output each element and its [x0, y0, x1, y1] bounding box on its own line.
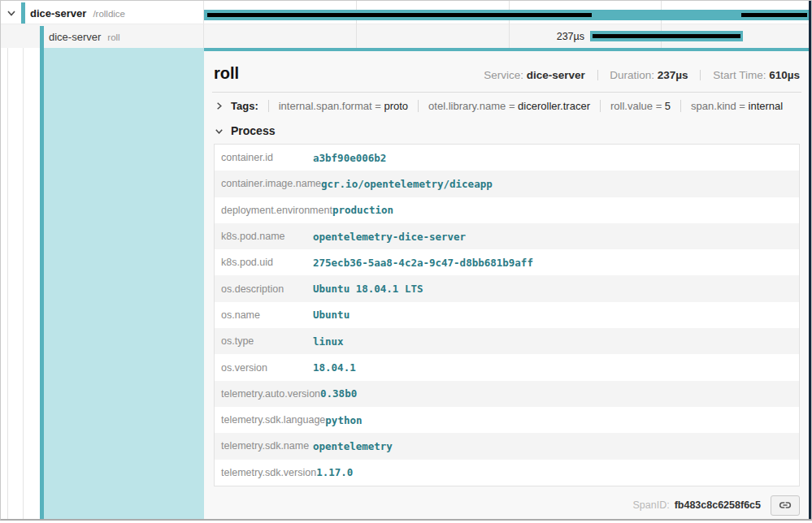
service-label: Service: — [484, 69, 523, 81]
span-summary: Service: dice-server Duration: 237µs Sta… — [484, 69, 800, 81]
row-value: a3bf90e006b2 — [313, 152, 386, 164]
timeline-gridline — [356, 1, 357, 48]
row-key: k8s.pod.name — [215, 231, 313, 242]
table-row: os.description Ubuntu 18.04.1 LTS — [215, 275, 799, 301]
process-key-value-table: container.id a3bf90e006b2 container.imag… — [214, 144, 800, 486]
process-toggle-row[interactable]: Process — [212, 119, 801, 143]
span-detail-footer: SpanID: fb483c8c6258f6c5 — [212, 486, 801, 516]
table-row: container.id a3bf90e006b2 — [215, 145, 799, 171]
table-row: telemetry.sdk.version 1.17.0 — [215, 460, 799, 486]
process-label: Process — [231, 124, 275, 137]
row-key: telemetry.auto.version — [215, 388, 320, 400]
chevron-down-icon[interactable] — [6, 7, 17, 19]
window-right-edge — [809, 1, 811, 519]
start-time-value: 610µs — [769, 69, 800, 81]
row-key: k8s.pod.uid — [215, 257, 313, 268]
row-key: container.id — [215, 152, 313, 163]
chevron-right-icon[interactable] — [214, 101, 224, 111]
row-value: opentelemetry — [313, 440, 393, 452]
jaeger-trace-view: dice-server/rolldice dice-serverroll 237… — [0, 0, 812, 523]
span-bar-roll[interactable] — [590, 31, 743, 41]
trace-window: dice-server/rolldice dice-serverroll 237… — [0, 0, 812, 521]
tags-label: Tags: — [231, 100, 258, 112]
table-row: k8s.pod.name opentelemetry-dice-server — [215, 223, 799, 249]
row-key: os.version — [215, 362, 313, 374]
row-key: deployment.environment — [215, 205, 332, 216]
row-key: os.name — [215, 309, 313, 321]
row-value: 18.04.1 — [313, 361, 356, 374]
selected-span-highlight — [44, 48, 204, 519]
span-color-bar — [40, 26, 44, 48]
span-operation-name: /rolldice — [93, 9, 125, 19]
start-time-label: Start Time: — [713, 69, 766, 81]
span-operation-name: roll — [107, 32, 119, 42]
span-detail-title: roll — [214, 63, 239, 84]
span-service-name: dice-server — [49, 31, 101, 43]
span-bar-stripe — [207, 13, 592, 17]
span-detail-header: roll Service: dice-server Duration: 237µ… — [212, 61, 801, 84]
row-value: 1.17.0 — [316, 466, 353, 478]
row-key: os.type — [215, 335, 313, 347]
table-row: telemetry.auto.version 0.38b0 — [215, 381, 799, 407]
row-key: os.description — [215, 283, 313, 295]
span-duration-label: 237µs — [489, 26, 584, 47]
span-detail-panel: roll Service: dice-server Duration: 237µ… — [204, 48, 811, 519]
row-value: gcr.io/opentelemetry/diceapp — [321, 178, 493, 190]
table-row: os.type linux — [215, 328, 799, 354]
span-color-bar — [21, 2, 25, 24]
row-key: telemetry.sdk.version — [215, 467, 316, 478]
duration-label: Duration: — [610, 69, 654, 81]
table-row: telemetry.sdk.language python — [215, 407, 799, 433]
span-service-name: dice-server — [30, 7, 86, 19]
table-row: container.image.name gcr.io/opentelemetr… — [215, 171, 799, 197]
row-value: opentelemetry-dice-server — [313, 231, 466, 243]
tag-item: otel.library.name = diceroller.tracer — [418, 100, 600, 112]
link-icon — [779, 499, 792, 512]
row-key: telemetry.sdk.language — [215, 414, 325, 426]
table-row: deployment.environment production — [215, 197, 799, 223]
table-row: k8s.pod.uid 275ecb36-5aa8-4c2a-9c47-d8bb… — [215, 249, 799, 275]
spanid-value: fb483c8c6258f6c5 — [675, 499, 761, 511]
service-value: dice-server — [527, 69, 585, 81]
row-value: python — [325, 414, 362, 426]
table-row: os.version 18.04.1 — [215, 354, 799, 380]
row-value: Ubuntu — [313, 309, 350, 321]
indent-guide — [23, 48, 24, 519]
row-key: telemetry.sdk.name — [215, 440, 313, 452]
table-row: telemetry.sdk.name opentelemetry — [215, 433, 799, 459]
indent-guide — [7, 48, 8, 519]
tag-item: internal.span.format = proto — [268, 100, 418, 112]
span-bar-rolldice[interactable] — [204, 10, 809, 20]
chevron-down-icon[interactable] — [214, 126, 224, 136]
span-bar-stripe — [593, 34, 740, 38]
span-tree-gutter — [1, 48, 204, 519]
span-row-rolldice-name[interactable]: dice-server/rolldice — [1, 1, 204, 24]
span-row-roll-name[interactable]: dice-serverroll — [1, 24, 204, 48]
deep-link-button[interactable] — [771, 495, 800, 516]
duration-value: 237µs — [658, 69, 688, 81]
table-row: os.name Ubuntu — [215, 302, 799, 328]
summary-divider — [700, 70, 701, 80]
span-bar-stripe — [741, 13, 807, 17]
row-value: production — [332, 204, 393, 216]
row-value: 0.38b0 — [320, 387, 357, 400]
row-key: container.image.name — [215, 178, 321, 189]
tag-item: roll.value = 5 — [600, 100, 680, 112]
summary-divider — [597, 70, 598, 80]
row-value: Ubuntu 18.04.1 LTS — [313, 283, 423, 295]
row-value: linux — [313, 335, 344, 348]
spanid-label: SpanID: — [632, 499, 669, 511]
row-value: 275ecb36-5aa8-4c2a-9c47-d8bb681b9aff — [313, 257, 533, 269]
tags-toggle-row[interactable]: Tags: internal.span.format = proto otel.… — [212, 93, 801, 119]
tag-item: span.kind = internal — [680, 100, 792, 112]
